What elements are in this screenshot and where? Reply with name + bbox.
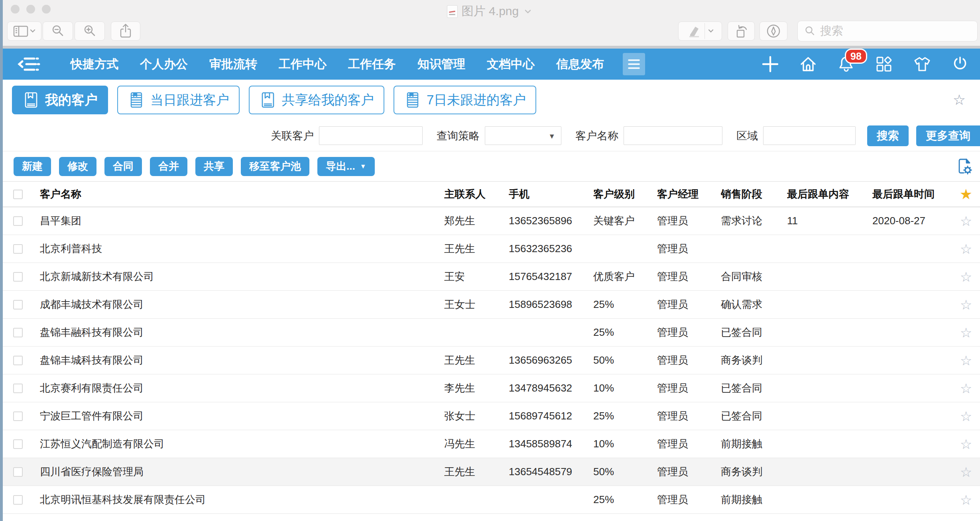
nav-menu-item[interactable]: 工作任务 [337, 56, 407, 72]
sidebar-toggle-button[interactable] [7, 22, 41, 41]
row-checkbox[interactable] [13, 411, 23, 421]
markup-pen-button[interactable] [678, 22, 722, 41]
select-all-checkbox[interactable] [13, 190, 23, 199]
collapse-menu-button[interactable] [16, 55, 42, 74]
table-row[interactable]: 北京赛利有限责任公司李先生1347894563210%管理员已签合同☆ [0, 374, 980, 402]
action-button[interactable]: 共享 [195, 157, 233, 176]
query-strategy-select[interactable]: ▼ [485, 126, 561, 145]
action-button[interactable]: 新建 [14, 157, 51, 176]
column-header[interactable]: 客户名称 [30, 187, 444, 201]
favorite-star-icon[interactable]: ☆ [952, 241, 980, 257]
search-button[interactable]: 搜索 [867, 125, 909, 146]
favorite-star-icon[interactable]: ☆ [952, 464, 980, 480]
level-cell: 关键客户 [593, 214, 657, 228]
row-checkbox[interactable] [13, 328, 23, 337]
add-button[interactable] [761, 55, 779, 73]
contact-cell: 王女士 [444, 298, 509, 311]
table-row[interactable]: 成都丰城技术有限公司王女士1589652369825%管理员确认需求☆ [0, 291, 980, 319]
favorite-star-icon[interactable]: ☆ [952, 297, 980, 313]
column-header[interactable]: 销售阶段 [721, 187, 787, 201]
list-settings-button[interactable] [955, 157, 974, 176]
nav-menu-item[interactable]: 审批流转 [199, 56, 268, 72]
home-icon [799, 55, 817, 73]
nav-menu-item[interactable]: 快捷方式 [60, 56, 129, 72]
tab-active[interactable]: 我的客户 [12, 86, 108, 114]
row-checkbox[interactable] [13, 216, 23, 226]
action-button[interactable]: 合同 [104, 157, 142, 176]
rotate-button[interactable] [728, 22, 755, 41]
favorite-star-icon[interactable]: ☆ [952, 408, 980, 424]
table-row[interactable]: 北京利普科技王先生15632365236管理员☆ [0, 235, 980, 263]
favorite-star-icon[interactable]: ☆ [952, 492, 980, 508]
apps-button[interactable] [875, 55, 893, 73]
row-checkbox[interactable] [13, 439, 23, 449]
table-row[interactable]: 盘锦丰城科技有限公司王先生1365696326550%管理员商务谈判☆ [0, 347, 980, 374]
book-icon [259, 91, 277, 109]
notifications-button[interactable]: 98 [837, 55, 855, 73]
customer-name-input[interactable] [624, 126, 722, 145]
title-chevron-icon[interactable] [523, 8, 533, 16]
action-button[interactable]: 移至客户池 [241, 157, 309, 176]
action-label: 修改 [67, 159, 88, 173]
more-menus-button[interactable] [623, 53, 645, 75]
favorite-view-star-icon[interactable]: ☆ [953, 92, 966, 108]
contact-cell: 王安 [444, 270, 509, 284]
customer-name-cell: 北京利普科技 [30, 242, 444, 256]
row-checkbox[interactable] [13, 356, 23, 365]
row-checkbox[interactable] [13, 384, 23, 393]
favorite-star-icon[interactable]: ☆ [952, 436, 980, 452]
column-header[interactable]: 手机 [509, 187, 593, 201]
related-customer-input[interactable] [319, 126, 423, 145]
column-header[interactable]: 最后跟单内容 [787, 187, 872, 201]
table-row[interactable]: 北京明讯恒基科技发展有限责任公司25%管理员前期接触☆ [0, 486, 980, 514]
row-checkbox[interactable] [13, 272, 23, 282]
tab-inactive[interactable]: 当日跟进客户 [117, 86, 240, 114]
column-header[interactable]: 最后跟单时间 [872, 187, 952, 201]
nav-menu-item[interactable]: 文档中心 [476, 56, 545, 72]
chevron-down-icon [707, 28, 714, 34]
more-query-button[interactable]: 更多查询 [916, 125, 980, 146]
table-row[interactable]: 盘锦丰融科技有限公司25%管理员已签合同☆ [0, 319, 980, 347]
action-button[interactable]: 合并 [150, 157, 187, 176]
tab-inactive[interactable]: 共享给我的客户 [249, 86, 384, 114]
zoom-out-button[interactable] [43, 22, 73, 41]
share-button[interactable] [111, 22, 140, 41]
row-checkbox[interactable] [13, 467, 23, 477]
row-checkbox[interactable] [13, 495, 23, 505]
customer-name-cell: 成都丰城技术有限公司 [30, 298, 444, 311]
action-button[interactable]: 导出...▼ [317, 157, 375, 176]
nav-menu-item[interactable]: 信息发布 [545, 56, 615, 72]
favorite-star-icon[interactable]: ☆ [952, 269, 980, 285]
stage-cell: 前期接触 [721, 437, 787, 451]
nav-menu-item[interactable]: 个人办公 [129, 56, 199, 72]
home-button[interactable] [799, 55, 817, 73]
tab-label: 共享给我的客户 [282, 91, 374, 109]
nav-menu-item[interactable]: 工作中心 [268, 56, 337, 72]
favorite-star-icon[interactable]: ☆ [952, 213, 980, 229]
favorite-star-icon[interactable]: ☆ [952, 325, 980, 341]
action-label: 合并 [158, 159, 179, 173]
logout-button[interactable] [951, 55, 969, 73]
action-button[interactable]: 修改 [59, 157, 96, 176]
customer-name-cell: 北京明讯恒基科技发展有限责任公司 [30, 493, 444, 507]
favorite-star-icon[interactable]: ☆ [952, 380, 980, 396]
table-row[interactable]: 昌平集团郑先生13652365896关键客户管理员需求讨论112020-08-2… [0, 207, 980, 235]
table-row[interactable]: 江苏恒义汽配制造有限公司冯先生1345858987410%管理员前期接触☆ [0, 430, 980, 458]
markup-toolbar-button[interactable] [760, 22, 787, 41]
tab-inactive[interactable]: 7日未跟进的客户 [394, 86, 536, 114]
table-row[interactable]: 北京新城新技术有限公司王安15765432187优质客户管理员合同审核☆ [0, 263, 980, 291]
row-checkbox[interactable] [13, 244, 23, 254]
stage-cell: 商务谈判 [721, 465, 787, 479]
favorite-star-icon[interactable]: ☆ [952, 353, 980, 368]
table-row[interactable]: 宁波巨工管件有限公司张女士1568974561225%管理员已签合同☆ [0, 402, 980, 430]
zoom-in-button[interactable] [75, 22, 105, 41]
row-checkbox[interactable] [13, 300, 23, 309]
preview-search-field[interactable]: 搜索 [797, 21, 978, 41]
nav-menu-item[interactable]: 知识管理 [407, 56, 476, 72]
table-row[interactable]: 四川省医疗保险管理局王先生1365454857950%管理员商务谈判☆ [0, 458, 980, 486]
column-header[interactable]: 客户经理 [657, 187, 721, 201]
column-header[interactable]: 客户级别 [593, 187, 657, 201]
column-header[interactable]: 主联系人 [444, 187, 509, 201]
region-input[interactable] [763, 126, 856, 145]
theme-button[interactable] [913, 55, 932, 73]
